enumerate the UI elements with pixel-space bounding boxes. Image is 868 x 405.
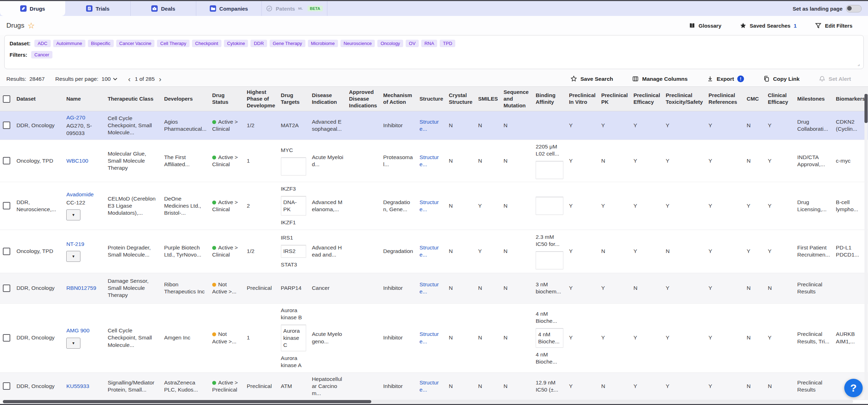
column-header[interactable]: Name (63, 87, 105, 111)
therapeutic-class-value: Protein Degrader, Small Molecule... (108, 244, 151, 258)
tab-drugs[interactable]: Drugs (0, 1, 65, 16)
filter-chip[interactable]: Cancer (31, 51, 52, 58)
column-header[interactable]: Preclinical In Vitro (566, 87, 598, 111)
row-checkbox[interactable] (3, 122, 10, 129)
tab-companies[interactable]: Companies (196, 1, 262, 16)
drug-name-link[interactable]: NT-219 (66, 241, 84, 247)
name-dropdown-button[interactable]: ▼ (66, 338, 80, 349)
glossary-button[interactable]: Glossary (689, 22, 721, 29)
column-header[interactable]: Therapeutic Class (105, 87, 161, 111)
edit-filters-button[interactable]: Edit Filters (815, 22, 852, 29)
dataset-chip[interactable]: DDR (250, 40, 267, 47)
dataset-chip[interactable]: Cancer Vaccine (116, 40, 155, 47)
tab-trials[interactable]: Trials (65, 1, 131, 16)
drug-name-link[interactable]: KU55933 (66, 383, 89, 389)
vertical-scrollbar-thumb[interactable] (864, 94, 868, 123)
save-search-button[interactable]: Save Search (570, 75, 613, 82)
structure-link[interactable]: Structure... (419, 379, 439, 393)
table-row[interactable]: DDR, Neuroscience,...AvadomideCC-122▼CEL… (0, 182, 868, 230)
column-header[interactable]: Approved Disease Indications (346, 87, 381, 111)
table-row[interactable]: DDR, OncologyKU55933Signalling/Mediator … (0, 372, 868, 400)
dataset-chip[interactable]: TPD (440, 40, 455, 47)
column-header[interactable]: Preclinical References (706, 87, 744, 111)
row-checkbox[interactable] (3, 285, 10, 292)
vertical-scrollbar[interactable] (864, 93, 868, 399)
cmc-value: N (747, 122, 751, 128)
row-checkbox[interactable] (3, 334, 10, 342)
next-page-icon[interactable]: › (159, 75, 162, 83)
horizontal-scrollbar-thumb[interactable] (3, 400, 371, 403)
disease-indication-value: Advanced Head and... (312, 244, 342, 258)
dataset-chip[interactable]: Bispecific (88, 40, 114, 47)
row-checkbox[interactable] (3, 157, 10, 164)
column-header[interactable]: Structure (417, 87, 446, 111)
dataset-chip[interactable]: Microbiome (308, 40, 338, 47)
table-row[interactable]: Oncology, TPDNT-219▼Protein Degrader, Sm… (0, 230, 868, 273)
row-checkbox[interactable] (3, 202, 10, 209)
structure-link[interactable]: Structure... (419, 281, 439, 294)
table-row[interactable]: DDR, OncologyAMG 900▼Cell Cycle Checkpoi… (0, 303, 868, 372)
export-button[interactable]: Export ! (707, 75, 744, 82)
filter-panel-expand-icon[interactable]: ⌟ (857, 61, 860, 67)
column-header[interactable]: Developers (161, 87, 209, 111)
column-header[interactable]: Preclinical PK (598, 87, 631, 111)
column-header[interactable]: Dataset (13, 87, 63, 111)
column-header[interactable]: Mechanism of Action (381, 87, 417, 111)
saved-searches-button[interactable]: Saved Searches 1 (740, 22, 796, 29)
table-row[interactable]: DDR, OncologyRBN012759Damage Sensor, Sma… (0, 273, 868, 303)
column-header[interactable]: Preclinical Efficacy (631, 87, 663, 111)
row-checkbox[interactable] (3, 248, 10, 255)
name-dropdown-button[interactable]: ▼ (66, 251, 80, 262)
dataset-chip[interactable]: ADC (34, 40, 50, 47)
drug-name-link[interactable]: AMG 900 (66, 327, 89, 333)
column-header[interactable]: Milestones (794, 87, 833, 111)
column-header[interactable]: Highest Phase of Developme (244, 87, 278, 111)
table-row[interactable]: DDR, OncologyAG-270AG270, S-095033Cell C… (0, 111, 868, 140)
column-header[interactable]: Binding Affinity (533, 87, 566, 111)
preclinical-in-vitro-value: Y (569, 158, 573, 164)
drug-name-link[interactable]: AG-270 (66, 114, 85, 120)
column-header[interactable]: Drug Status (209, 87, 244, 111)
copy-link-button[interactable]: Copy Link (763, 75, 800, 82)
drug-name-link[interactable]: Avadomide (66, 191, 94, 197)
column-header[interactable]: Preclinical Toxicity/Safety (663, 87, 706, 111)
column-header[interactable]: Clinical Efficacy (765, 87, 794, 111)
row-checkbox[interactable] (3, 382, 10, 390)
horizontal-scrollbar[interactable] (3, 400, 853, 403)
tab-patents[interactable]: PatentsML BETA (262, 1, 327, 16)
help-button[interactable]: ? (844, 379, 863, 397)
column-header[interactable]: Disease Indication (309, 87, 346, 111)
column-header[interactable]: Crystal Structure (446, 87, 475, 111)
dataset-chip[interactable]: Cell Therapy (157, 40, 189, 47)
column-header[interactable]: Drug Targets (278, 87, 309, 111)
structure-link[interactable]: Structure... (419, 199, 439, 212)
column-header[interactable]: Biomarkers (833, 87, 868, 111)
prev-page-icon[interactable]: ‹ (128, 75, 130, 83)
drug-name-link[interactable]: WBC100 (66, 158, 88, 164)
dataset-chip[interactable]: Cytokine (224, 40, 248, 47)
column-header[interactable]: SMILES (475, 87, 501, 111)
structure-link[interactable]: Structure... (419, 119, 439, 132)
manage-columns-button[interactable]: Manage Columns (632, 75, 687, 82)
structure-link[interactable]: Structure... (419, 154, 439, 167)
column-header[interactable]: CMC (744, 87, 765, 111)
dataset-chip[interactable]: Oncology (377, 40, 403, 47)
dataset-chip[interactable]: RNA (421, 40, 437, 47)
select-all-checkbox[interactable] (3, 95, 10, 103)
favorite-star-icon[interactable]: ☆ (28, 22, 35, 30)
dataset-chip[interactable]: Autoimmune (53, 40, 85, 47)
table-row[interactable]: Oncology, TPDWBC100Molecular Glue, Small… (0, 140, 868, 182)
highest-phase-cell: 1/2 (244, 230, 278, 273)
dataset-chip[interactable]: Neuroscience (340, 40, 375, 47)
dataset-chip[interactable]: Checkpoint (192, 40, 221, 47)
structure-link[interactable]: Structure... (419, 244, 439, 258)
dataset-chip[interactable]: Gene Therapy (270, 40, 305, 47)
structure-link[interactable]: Structure... (419, 331, 439, 344)
name-dropdown-button[interactable]: ▼ (66, 209, 80, 220)
tab-deals[interactable]: Deals (131, 1, 196, 16)
column-header[interactable]: Sequence and Mutation (501, 87, 533, 111)
dataset-chip[interactable]: OV (406, 40, 419, 47)
landing-page-toggle[interactable] (846, 5, 862, 12)
per-page-select[interactable]: 100 (102, 76, 118, 82)
drug-name-link[interactable]: RBN012759 (66, 285, 96, 291)
